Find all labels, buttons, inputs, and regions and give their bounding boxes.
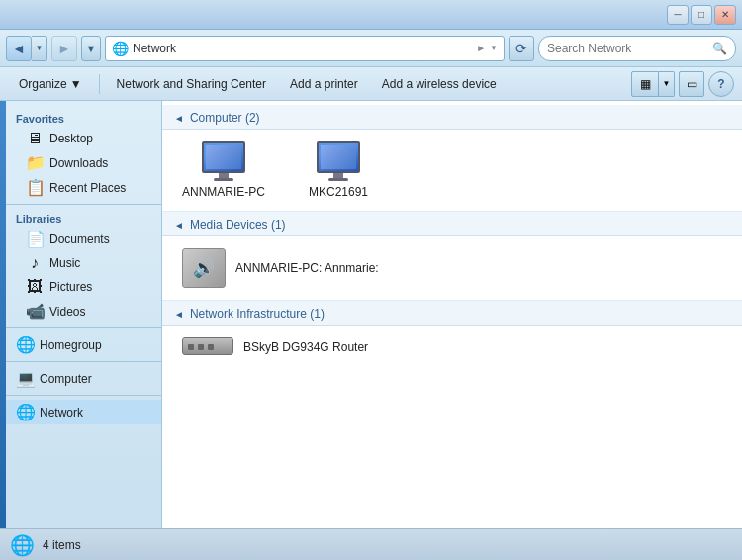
media-device-item[interactable]: 🔊 ANNMARIE-PC: Annmarie: (174, 244, 387, 292)
address-field[interactable]: 🌐 Network ► ▼ (105, 36, 505, 61)
status-bar: 🌐 4 items (0, 528, 742, 560)
router-body (182, 337, 233, 355)
videos-icon: 📹 (26, 302, 44, 321)
title-bar: ─ □ ✕ (0, 0, 742, 30)
computer-item-mkc[interactable]: MKC21691 (289, 138, 388, 203)
sidebar-divider-2 (6, 327, 161, 328)
homegroup-icon: 🌐 (16, 335, 34, 354)
search-icon: 🔍 (712, 42, 727, 55)
search-box[interactable]: 🔍 (538, 36, 736, 61)
back-dropdown[interactable]: ▼ (32, 36, 47, 61)
search-input[interactable] (547, 42, 708, 55)
sidebar-item-videos[interactable]: 📹 Videos (6, 299, 161, 324)
organize-button[interactable]: Organize ▼ (8, 71, 93, 97)
add-printer-button[interactable]: Add a printer (279, 71, 369, 97)
refresh-button[interactable]: ⟳ (509, 36, 534, 61)
router-port-3 (208, 344, 214, 350)
help-button[interactable]: ? (708, 71, 734, 97)
view-dropdown-button[interactable]: ▼ (659, 71, 675, 97)
sidebar-item-music[interactable]: ♪ Music (6, 251, 161, 275)
homegroup-label: Homegroup (40, 338, 102, 352)
computers-section-content: ANNMARIE-PC MKC21691 (162, 130, 742, 212)
forward-icon: ► (57, 41, 71, 56)
pane-icon: ▭ (687, 77, 697, 91)
sidebar-item-downloads[interactable]: 📁 Downloads (6, 150, 161, 175)
content-area: ◄ Computer (2) ANNMARIE-PC MKC2 (162, 101, 742, 528)
view-dropdown-icon: ▼ (663, 79, 671, 88)
music-icon: ♪ (26, 254, 44, 272)
infrastructure-triangle-icon: ◄ (174, 309, 184, 320)
address-dropdown-icon: ▼ (490, 44, 498, 52)
infrastructure-section-title: Network Infrastructure (1) (190, 307, 325, 321)
refresh-icon: ⟳ (515, 41, 527, 56)
toolbar: Organize ▼ Network and Sharing Center Ad… (0, 67, 742, 101)
add-wireless-button[interactable]: Add a wireless device (371, 71, 508, 97)
back-button[interactable]: ◄ (6, 36, 32, 61)
sidebar-item-recent-places[interactable]: 📋 Recent Places (6, 175, 161, 200)
organize-label: Organize (19, 77, 67, 91)
sidebar-item-network[interactable]: 🌐 Network (6, 400, 161, 424)
libraries-section: Libraries 📄 Documents ♪ Music 🖼 Pictures… (6, 209, 161, 324)
organize-arrow-icon: ▼ (70, 77, 82, 91)
sidebar-item-documents[interactable]: 📄 Documents (6, 227, 161, 251)
network-sharing-label: Network and Sharing Center (117, 77, 266, 91)
media-section-content: 🔊 ANNMARIE-PC: Annmarie: (162, 236, 742, 301)
media-section-title: Media Devices (1) (190, 218, 286, 232)
view-control: ▦ ▼ (631, 71, 675, 97)
toolbar-separator-1 (99, 74, 100, 94)
maximize-button[interactable]: □ (691, 5, 712, 25)
network-icon: 🌐 (16, 403, 34, 421)
favorites-label: Favorites (6, 109, 161, 127)
pictures-icon: 🖼 (26, 278, 44, 296)
router-item[interactable]: BSkyB DG934G Router (174, 333, 376, 361)
sidebar-item-computer[interactable]: 💻 Computer (6, 366, 161, 391)
recent-button[interactable]: ▼ (81, 36, 101, 61)
computers-section-header: ◄ Computer (2) (162, 105, 742, 130)
router-label: BSkyB DG934G Router (243, 340, 368, 354)
view-button[interactable]: ▦ (631, 71, 659, 97)
computers-section-title: Computer (2) (190, 111, 260, 125)
address-bar: ◄ ▼ ► ▼ 🌐 Network ► ▼ ⟳ 🔍 (0, 30, 742, 67)
nav-back-group: ◄ ▼ (6, 36, 47, 61)
pictures-label: Pictures (49, 280, 92, 294)
computers-triangle-icon: ◄ (174, 113, 184, 124)
desktop-icon: 🖥 (26, 130, 44, 147)
recent-places-icon: 📋 (26, 178, 44, 197)
router-port-2 (198, 344, 204, 350)
status-network-icon: 🌐 (10, 533, 35, 557)
back-icon: ◄ (12, 41, 26, 56)
close-button[interactable]: ✕ (714, 5, 736, 25)
documents-icon: 📄 (26, 230, 44, 248)
pane-button[interactable]: ▭ (679, 71, 704, 97)
sidebar-item-desktop[interactable]: 🖥 Desktop (6, 127, 161, 150)
router-icon (182, 337, 233, 357)
forward-button[interactable]: ► (51, 36, 77, 61)
toolbar-right: ▦ ▼ ▭ ? (631, 71, 734, 97)
network-label: Network (40, 406, 83, 420)
add-wireless-label: Add a wireless device (382, 77, 497, 91)
minimize-button[interactable]: ─ (667, 5, 689, 25)
music-label: Music (49, 256, 80, 270)
network-sharing-button[interactable]: Network and Sharing Center (106, 71, 277, 97)
sidebar: Favorites 🖥 Desktop 📁 Downloads 📋 Recent… (6, 101, 162, 528)
title-bar-buttons: ─ □ ✕ (667, 5, 736, 25)
annmarie-pc-icon (200, 141, 247, 181)
computer-item-annmarie[interactable]: ANNMARIE-PC (174, 138, 273, 203)
main-area: Favorites 🖥 Desktop 📁 Downloads 📋 Recent… (0, 101, 742, 528)
status-items-text: 4 items (43, 538, 81, 552)
recent-icon: ▼ (86, 43, 97, 54)
libraries-label: Libraries (6, 209, 161, 227)
address-network-icon: 🌐 (112, 41, 129, 56)
sidebar-item-pictures[interactable]: 🖼 Pictures (6, 275, 161, 299)
sidebar-item-homegroup[interactable]: 🌐 Homegroup (6, 332, 161, 357)
downloads-label: Downloads (49, 156, 108, 170)
computer-icon: 💻 (16, 369, 34, 388)
computer-label: Computer (40, 372, 92, 386)
documents-label: Documents (49, 233, 110, 246)
mkc-pc-base (328, 178, 348, 181)
media-section-header: ◄ Media Devices (1) (162, 212, 742, 236)
downloads-icon: 📁 (26, 153, 44, 172)
sidebar-divider-1 (6, 204, 161, 205)
view-icon: ▦ (640, 77, 651, 91)
mkc-pc-label: MKC21691 (309, 185, 368, 199)
